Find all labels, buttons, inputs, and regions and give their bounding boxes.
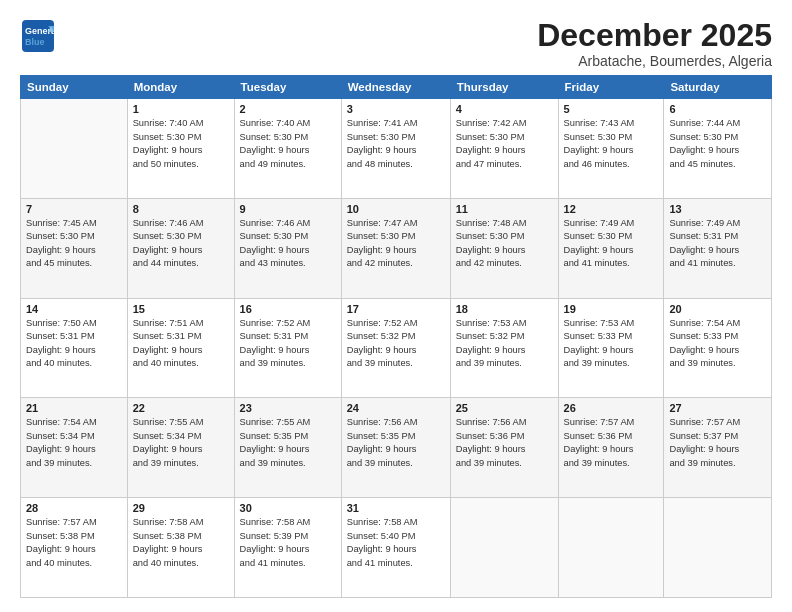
day-number: 31 (347, 502, 445, 514)
day-info: Sunrise: 7:42 AMSunset: 5:30 PMDaylight:… (456, 117, 553, 171)
week-row-1: 7Sunrise: 7:45 AMSunset: 5:30 PMDaylight… (21, 198, 772, 298)
day-info: Sunrise: 7:57 AMSunset: 5:37 PMDaylight:… (669, 416, 766, 470)
day-cell: 13Sunrise: 7:49 AMSunset: 5:31 PMDayligh… (664, 198, 772, 298)
header-tuesday: Tuesday (234, 76, 341, 99)
day-number: 17 (347, 303, 445, 315)
day-info: Sunrise: 7:52 AMSunset: 5:31 PMDaylight:… (240, 317, 336, 371)
day-info: Sunrise: 7:58 AMSunset: 5:40 PMDaylight:… (347, 516, 445, 570)
logo: General Blue (20, 18, 56, 54)
day-number: 20 (669, 303, 766, 315)
day-cell: 19Sunrise: 7:53 AMSunset: 5:33 PMDayligh… (558, 298, 664, 398)
day-cell (558, 498, 664, 598)
day-number: 11 (456, 203, 553, 215)
title-section: December 2025 Arbatache, Boumerdes, Alge… (537, 18, 772, 69)
header-row: Sunday Monday Tuesday Wednesday Thursday… (21, 76, 772, 99)
day-number: 2 (240, 103, 336, 115)
day-number: 22 (133, 402, 229, 414)
day-cell: 16Sunrise: 7:52 AMSunset: 5:31 PMDayligh… (234, 298, 341, 398)
day-info: Sunrise: 7:41 AMSunset: 5:30 PMDaylight:… (347, 117, 445, 171)
day-info: Sunrise: 7:40 AMSunset: 5:30 PMDaylight:… (133, 117, 229, 171)
day-number: 15 (133, 303, 229, 315)
day-info: Sunrise: 7:55 AMSunset: 5:34 PMDaylight:… (133, 416, 229, 470)
day-info: Sunrise: 7:48 AMSunset: 5:30 PMDaylight:… (456, 217, 553, 271)
day-cell: 17Sunrise: 7:52 AMSunset: 5:32 PMDayligh… (341, 298, 450, 398)
header: General Blue December 2025 Arbatache, Bo… (20, 18, 772, 69)
day-cell: 10Sunrise: 7:47 AMSunset: 5:30 PMDayligh… (341, 198, 450, 298)
day-number: 18 (456, 303, 553, 315)
header-sunday: Sunday (21, 76, 128, 99)
day-cell: 6Sunrise: 7:44 AMSunset: 5:30 PMDaylight… (664, 99, 772, 199)
day-number: 24 (347, 402, 445, 414)
day-number: 7 (26, 203, 122, 215)
day-cell: 15Sunrise: 7:51 AMSunset: 5:31 PMDayligh… (127, 298, 234, 398)
day-info: Sunrise: 7:52 AMSunset: 5:32 PMDaylight:… (347, 317, 445, 371)
header-monday: Monday (127, 76, 234, 99)
day-number: 16 (240, 303, 336, 315)
day-number: 27 (669, 402, 766, 414)
day-cell: 27Sunrise: 7:57 AMSunset: 5:37 PMDayligh… (664, 398, 772, 498)
day-cell: 20Sunrise: 7:54 AMSunset: 5:33 PMDayligh… (664, 298, 772, 398)
day-info: Sunrise: 7:49 AMSunset: 5:31 PMDaylight:… (669, 217, 766, 271)
day-cell: 14Sunrise: 7:50 AMSunset: 5:31 PMDayligh… (21, 298, 128, 398)
day-number: 30 (240, 502, 336, 514)
day-number: 12 (564, 203, 659, 215)
day-cell: 12Sunrise: 7:49 AMSunset: 5:30 PMDayligh… (558, 198, 664, 298)
day-number: 26 (564, 402, 659, 414)
subtitle: Arbatache, Boumerdes, Algeria (537, 53, 772, 69)
page: General Blue December 2025 Arbatache, Bo… (0, 0, 792, 612)
day-info: Sunrise: 7:53 AMSunset: 5:33 PMDaylight:… (564, 317, 659, 371)
header-thursday: Thursday (450, 76, 558, 99)
svg-text:Blue: Blue (25, 37, 45, 47)
day-number: 19 (564, 303, 659, 315)
day-number: 5 (564, 103, 659, 115)
day-cell: 29Sunrise: 7:58 AMSunset: 5:38 PMDayligh… (127, 498, 234, 598)
day-info: Sunrise: 7:40 AMSunset: 5:30 PMDaylight:… (240, 117, 336, 171)
day-info: Sunrise: 7:56 AMSunset: 5:36 PMDaylight:… (456, 416, 553, 470)
day-info: Sunrise: 7:47 AMSunset: 5:30 PMDaylight:… (347, 217, 445, 271)
week-row-0: 1Sunrise: 7:40 AMSunset: 5:30 PMDaylight… (21, 99, 772, 199)
day-info: Sunrise: 7:45 AMSunset: 5:30 PMDaylight:… (26, 217, 122, 271)
day-number: 8 (133, 203, 229, 215)
day-info: Sunrise: 7:55 AMSunset: 5:35 PMDaylight:… (240, 416, 336, 470)
day-cell (664, 498, 772, 598)
day-cell: 25Sunrise: 7:56 AMSunset: 5:36 PMDayligh… (450, 398, 558, 498)
day-info: Sunrise: 7:51 AMSunset: 5:31 PMDaylight:… (133, 317, 229, 371)
day-cell: 3Sunrise: 7:41 AMSunset: 5:30 PMDaylight… (341, 99, 450, 199)
day-number: 25 (456, 402, 553, 414)
day-number: 3 (347, 103, 445, 115)
day-cell: 8Sunrise: 7:46 AMSunset: 5:30 PMDaylight… (127, 198, 234, 298)
day-cell: 31Sunrise: 7:58 AMSunset: 5:40 PMDayligh… (341, 498, 450, 598)
day-number: 9 (240, 203, 336, 215)
day-cell: 18Sunrise: 7:53 AMSunset: 5:32 PMDayligh… (450, 298, 558, 398)
day-number: 14 (26, 303, 122, 315)
day-info: Sunrise: 7:43 AMSunset: 5:30 PMDaylight:… (564, 117, 659, 171)
day-number: 23 (240, 402, 336, 414)
day-cell: 21Sunrise: 7:54 AMSunset: 5:34 PMDayligh… (21, 398, 128, 498)
day-number: 10 (347, 203, 445, 215)
logo-icon: General Blue (20, 18, 56, 54)
day-info: Sunrise: 7:53 AMSunset: 5:32 PMDaylight:… (456, 317, 553, 371)
day-number: 29 (133, 502, 229, 514)
day-cell: 24Sunrise: 7:56 AMSunset: 5:35 PMDayligh… (341, 398, 450, 498)
week-row-3: 21Sunrise: 7:54 AMSunset: 5:34 PMDayligh… (21, 398, 772, 498)
header-saturday: Saturday (664, 76, 772, 99)
day-cell (450, 498, 558, 598)
week-row-2: 14Sunrise: 7:50 AMSunset: 5:31 PMDayligh… (21, 298, 772, 398)
day-number: 13 (669, 203, 766, 215)
day-number: 6 (669, 103, 766, 115)
day-cell (21, 99, 128, 199)
day-cell: 2Sunrise: 7:40 AMSunset: 5:30 PMDaylight… (234, 99, 341, 199)
day-info: Sunrise: 7:57 AMSunset: 5:38 PMDaylight:… (26, 516, 122, 570)
day-info: Sunrise: 7:54 AMSunset: 5:33 PMDaylight:… (669, 317, 766, 371)
day-cell: 23Sunrise: 7:55 AMSunset: 5:35 PMDayligh… (234, 398, 341, 498)
week-row-4: 28Sunrise: 7:57 AMSunset: 5:38 PMDayligh… (21, 498, 772, 598)
day-number: 4 (456, 103, 553, 115)
day-info: Sunrise: 7:46 AMSunset: 5:30 PMDaylight:… (240, 217, 336, 271)
day-number: 21 (26, 402, 122, 414)
day-info: Sunrise: 7:58 AMSunset: 5:39 PMDaylight:… (240, 516, 336, 570)
day-cell: 9Sunrise: 7:46 AMSunset: 5:30 PMDaylight… (234, 198, 341, 298)
day-cell: 28Sunrise: 7:57 AMSunset: 5:38 PMDayligh… (21, 498, 128, 598)
day-cell: 5Sunrise: 7:43 AMSunset: 5:30 PMDaylight… (558, 99, 664, 199)
day-cell: 22Sunrise: 7:55 AMSunset: 5:34 PMDayligh… (127, 398, 234, 498)
month-title: December 2025 (537, 18, 772, 53)
